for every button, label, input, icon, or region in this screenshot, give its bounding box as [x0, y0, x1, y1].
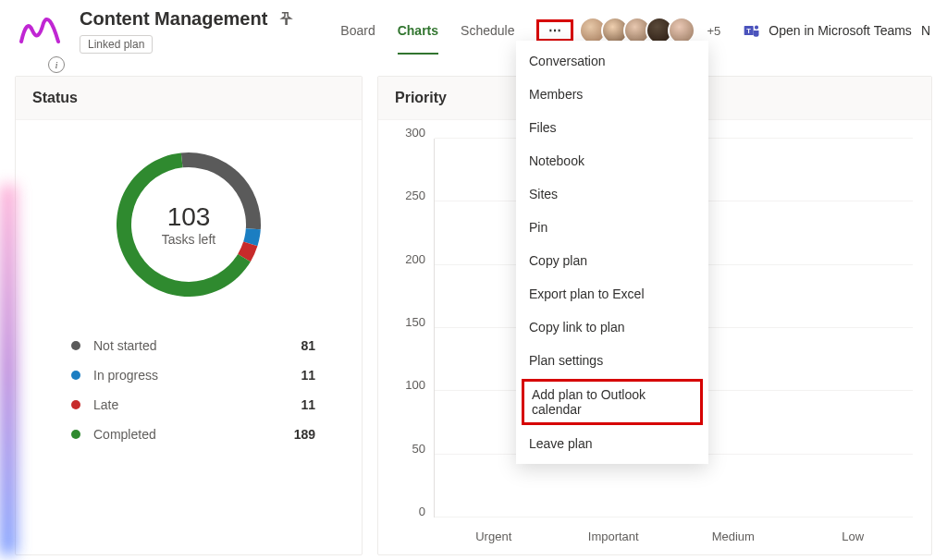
more-menu-button[interactable]: ⋯	[536, 19, 573, 42]
menu-copy-link[interactable]: Copy link to plan	[516, 310, 708, 344]
svg-point-2	[755, 26, 758, 30]
truncated-text: N	[921, 23, 930, 38]
menu-export-excel[interactable]: Export plan to Excel	[516, 277, 708, 310]
menu-copy-plan[interactable]: Copy plan	[516, 244, 708, 277]
legend-row-in-progress: In progress 11	[71, 360, 315, 390]
status-header: Status	[16, 77, 362, 120]
legend-dot	[71, 341, 80, 350]
menu-sites[interactable]: Sites	[516, 177, 708, 211]
menu-notebook[interactable]: Notebook	[516, 144, 708, 177]
tasks-left-number: 103	[167, 202, 211, 232]
legend-row-not-started: Not started 81	[71, 331, 315, 360]
teams-icon: T	[743, 21, 761, 40]
y-tick: 100	[405, 378, 425, 392]
open-in-teams-link[interactable]: T Open in Microsoft Teams	[743, 21, 912, 40]
legend-dot	[71, 400, 80, 409]
tab-schedule[interactable]: Schedule	[461, 18, 514, 43]
info-icon[interactable]: i	[48, 56, 65, 73]
y-tick: 150	[405, 315, 425, 329]
menu-plan-settings[interactable]: Plan settings	[516, 344, 708, 377]
legend-dot	[71, 371, 80, 380]
legend-row-completed: Completed 189	[71, 420, 315, 449]
menu-conversation[interactable]: Conversation	[516, 44, 708, 78]
menu-members[interactable]: Members	[516, 78, 708, 111]
x-label: Urgent	[434, 530, 554, 543]
y-tick: 250	[405, 189, 425, 202]
pin-icon[interactable]	[277, 10, 293, 27]
x-label: Important	[554, 530, 674, 543]
app-logo: i	[17, 8, 61, 53]
x-label: Low	[793, 530, 914, 543]
status-legend: Not started 81 In progress 11 Late 11 Co…	[16, 312, 362, 468]
y-tick: 50	[412, 441, 425, 455]
menu-add-outlook[interactable]: Add plan to Outlook calendar	[522, 379, 703, 425]
svg-text:T: T	[747, 27, 752, 35]
status-panel: Status 103 Tasks left Not started 81 In …	[15, 76, 363, 555]
legend-dot	[71, 430, 80, 439]
x-label: Medium	[673, 530, 793, 543]
menu-leave-plan[interactable]: Leave plan	[516, 427, 708, 460]
y-tick: 300	[405, 126, 425, 140]
tasks-left-label: Tasks left	[162, 232, 215, 247]
menu-pin[interactable]: Pin	[516, 211, 708, 244]
more-menu-dropdown: Conversation Members Files Notebook Site…	[516, 41, 708, 464]
menu-files[interactable]: Files	[516, 111, 708, 144]
y-tick: 0	[419, 505, 425, 518]
tab-charts[interactable]: Charts	[398, 18, 438, 43]
legend-row-late: Late 11	[71, 390, 315, 420]
members-overflow-count[interactable]: +5	[707, 24, 720, 38]
teams-link-label: Open in Microsoft Teams	[769, 23, 912, 38]
y-tick: 200	[405, 251, 425, 265]
status-donut-chart: 103 Tasks left	[110, 146, 267, 303]
plan-title: Content Management	[80, 8, 267, 30]
tab-board[interactable]: Board	[340, 18, 375, 43]
linked-plan-badge: Linked plan	[80, 35, 153, 54]
